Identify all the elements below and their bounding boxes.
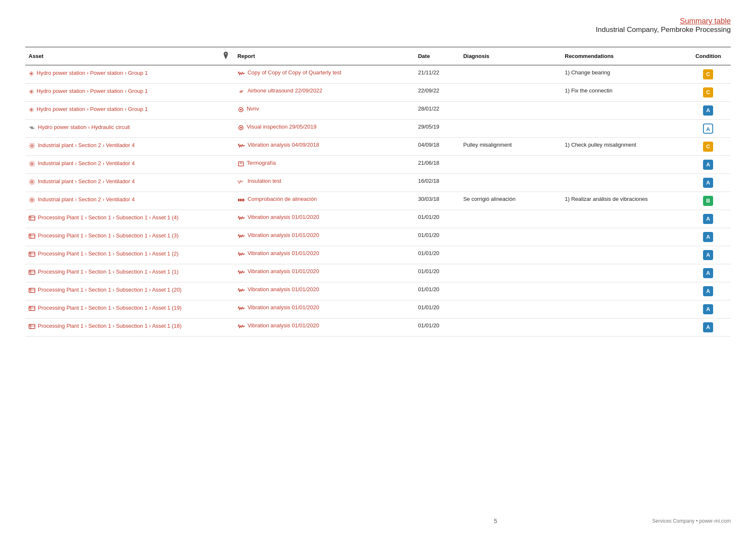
recommendations-cell: 1) Check pulley misalignment [561, 138, 685, 156]
report-type-icon [238, 160, 244, 168]
report-cell: Vibration analysis 01/01/2020 [234, 282, 415, 300]
asset-cell: Industrial plant › Section 2 › Ventilado… [25, 192, 217, 210]
report-name: Vibration analysis 01/01/2020 [248, 304, 319, 311]
diagnosis-cell [460, 264, 562, 282]
svg-rect-17 [238, 199, 239, 201]
table-row: Processing Plant 1 › Section 1 › Subsect… [25, 210, 731, 228]
table-row: Industrial plant › Section 2 › Ventilado… [25, 192, 731, 210]
pin-cell [217, 319, 234, 337]
asset-type-icon: ✳ [29, 88, 34, 96]
asset-type-icon [29, 323, 35, 331]
report-name: Vibration analysis 01/01/2020 [248, 214, 319, 220]
asset-type-icon [29, 142, 35, 150]
svg-point-32 [29, 307, 30, 308]
pin-cell [217, 300, 234, 319]
condition-cell: A [686, 246, 731, 264]
col-header-condition: Condition [686, 47, 731, 65]
page: Summary table Industrial Company, Pembro… [0, 0, 756, 537]
svg-point-3 [240, 91, 241, 92]
condition-cell: A [686, 156, 731, 174]
report-type-icon [238, 88, 245, 96]
diagnosis-cell [460, 120, 562, 138]
recommendations-cell [561, 174, 685, 192]
diagnosis-cell: Pulley misalignment [460, 138, 562, 156]
report-name: Vibration analysis 01/01/2020 [248, 286, 319, 292]
asset-path: Hydro power station › Power station › Gr… [37, 69, 148, 77]
svg-point-5 [240, 109, 242, 111]
condition-cell: C [686, 138, 731, 156]
report-cell: Comprobación de alineación [234, 192, 415, 210]
asset-type-icon: ✳ [29, 106, 34, 114]
report-cell: Vibration analysis 04/09/2018 [234, 138, 415, 156]
table-row: Processing Plant 1 › Section 1 › Subsect… [25, 264, 731, 282]
pin-cell [217, 282, 234, 300]
recommendations-cell [561, 246, 685, 264]
pin-cell [217, 156, 234, 174]
date-cell: 01/01/20 [415, 319, 460, 337]
asset-type-icon [29, 160, 35, 168]
report-cell: Airbone ultrasound 22/09/2022 [234, 84, 415, 102]
asset-path: Industrial plant › Section 2 › Ventilado… [38, 142, 135, 149]
date-cell: 21/06/18 [415, 156, 460, 174]
table-row: Processing Plant 1 › Section 1 › Subsect… [25, 282, 731, 300]
diagnosis-cell [460, 300, 562, 319]
date-cell: 01/01/20 [415, 264, 460, 282]
svg-point-1 [239, 92, 240, 92]
recommendations-cell: 1) Realizar análisis de vibraciones [561, 192, 685, 210]
condition-cell: A [686, 300, 731, 319]
col-header-report: Report [234, 47, 415, 65]
asset-cell: ✳ Hydro power station › Power station › … [25, 84, 217, 102]
asset-path: Processing Plant 1 › Section 1 › Subsect… [38, 286, 182, 294]
report-name: Comprobación de alineación [248, 196, 317, 202]
condition-cell: A [686, 102, 731, 120]
asset-type-icon [29, 287, 35, 295]
pin-cell [217, 65, 234, 84]
report-cell: Visual inspection 29/05/2019 [234, 120, 415, 138]
asset-type-icon [29, 250, 35, 259]
recommendations-cell: 1) Change bearing [561, 65, 685, 84]
svg-point-10 [31, 145, 33, 147]
pin-cell [217, 228, 234, 246]
asset-type-icon: ✳ [29, 70, 34, 78]
asset-path: Processing Plant 1 › Section 1 › Subsect… [38, 232, 179, 240]
asset-cell: Processing Plant 1 › Section 1 › Subsect… [25, 228, 217, 246]
asset-path: Hydro power station › Hydraulic circuit [38, 124, 130, 131]
asset-path: Hydro power station › Power station › Gr… [37, 105, 148, 113]
report-type-icon [238, 250, 245, 258]
asset-type-icon [29, 196, 35, 205]
date-cell: 30/03/18 [415, 192, 460, 210]
condition-cell: A [686, 319, 731, 337]
diagnosis-cell [460, 210, 562, 228]
recommendations-cell [561, 120, 685, 138]
diagnosis-cell [460, 246, 562, 264]
asset-path: Processing Plant 1 › Section 1 › Subsect… [38, 322, 182, 330]
footer-page-number: 5 [339, 518, 653, 524]
svg-point-24 [29, 234, 30, 235]
date-cell: 16/02/18 [415, 174, 460, 192]
svg-rect-19 [241, 199, 243, 201]
asset-type-icon [29, 268, 35, 277]
table-row: Hydro power station › Hydraulic circuit … [25, 120, 731, 138]
condition-cell: A [686, 282, 731, 300]
col-header-asset: Asset [25, 47, 217, 65]
report-type-icon [238, 305, 245, 313]
report-type-icon [238, 232, 245, 240]
report-type-icon: Vac [238, 178, 245, 186]
asset-cell: Industrial plant › Section 2 › Ventilado… [25, 138, 217, 156]
asset-path: Processing Plant 1 › Section 1 › Subsect… [38, 250, 179, 258]
asset-type-icon [29, 305, 35, 313]
report-type-icon [238, 70, 245, 78]
footer-company: Services Company • power-mi.com [652, 518, 731, 524]
summary-table-title[interactable]: Summary table [25, 17, 731, 26]
diagnosis-cell [460, 84, 562, 102]
pin-cell [217, 246, 234, 264]
asset-path: Processing Plant 1 › Section 1 › Subsect… [38, 268, 179, 276]
svg-point-16 [31, 199, 33, 201]
date-cell: 28/01/22 [415, 102, 460, 120]
svg-point-13 [31, 181, 33, 183]
company-subtitle: Industrial Company, Pembroke Processing [596, 26, 731, 34]
report-type-icon [238, 124, 244, 132]
date-cell: 01/01/20 [415, 300, 460, 319]
date-cell: 01/01/20 [415, 246, 460, 264]
report-type-icon [238, 196, 245, 204]
